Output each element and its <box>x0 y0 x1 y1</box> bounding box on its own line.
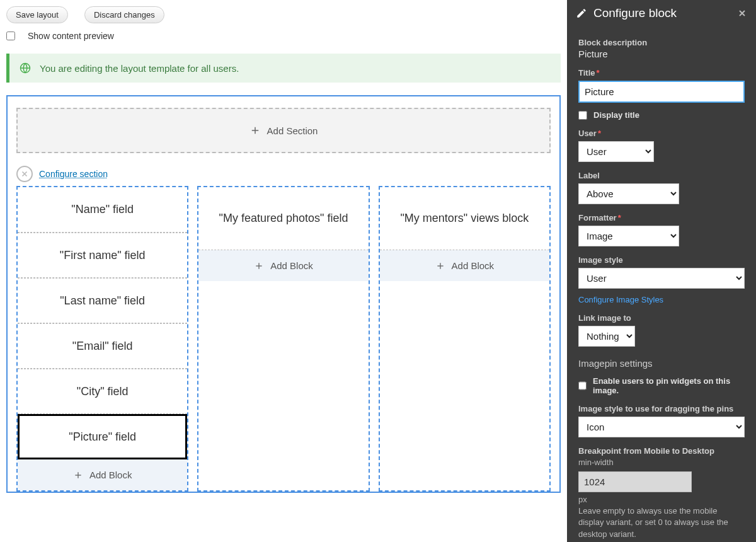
enable-pin-checkbox[interactable] <box>578 381 587 390</box>
pencil-icon <box>576 8 587 19</box>
layout-column-1: "Name" field "First name" field "Last na… <box>16 186 188 492</box>
block-description-value: Picture <box>578 49 745 59</box>
add-section-label: Add Section <box>267 125 318 136</box>
image-style-label: Image style <box>578 255 745 265</box>
block-name-field[interactable]: "Name" field <box>18 187 187 233</box>
content-preview-checkbox[interactable] <box>6 32 15 40</box>
breakpoint-input[interactable] <box>578 471 692 492</box>
link-image-label: Link image to <box>578 313 745 323</box>
user-select[interactable]: User <box>578 141 654 162</box>
layout-column-2: "My featured photos" field Add Block <box>197 186 369 492</box>
enable-pin-label: Enable users to pin widgets on this imag… <box>593 376 745 395</box>
formatter-select[interactable]: Image <box>578 226 679 246</box>
configure-image-styles-link[interactable]: Configure Image Styles <box>578 295 663 304</box>
formatter-label: Formatter* <box>578 213 745 222</box>
layout-canvas: Add Section Configure section "Name" fie… <box>6 95 561 493</box>
breakpoint-sub: min-width <box>578 457 745 468</box>
add-block-label: Add Block <box>452 260 495 271</box>
close-icon[interactable] <box>737 8 747 18</box>
block-my-featured-photos-field[interactable]: "My featured photos" field <box>198 187 368 250</box>
title-input[interactable] <box>578 81 745 103</box>
block-last-name-field[interactable]: "Last name" field <box>18 278 187 323</box>
block-picture-field[interactable]: "Picture" field <box>18 414 187 459</box>
plus-icon <box>249 125 261 136</box>
content-preview-toggle: Show content preview <box>6 31 561 41</box>
link-image-select[interactable]: Nothing <box>578 326 635 347</box>
user-label: User* <box>578 129 745 138</box>
plus-icon <box>435 261 445 271</box>
save-layout-button[interactable]: Save layout <box>6 6 68 23</box>
remove-section-button[interactable] <box>16 166 33 182</box>
add-block-col2[interactable]: Add Block <box>198 250 368 281</box>
block-description-label: Block description <box>578 38 745 47</box>
close-icon <box>20 170 29 178</box>
panel-body: Block description Picture Title* Display… <box>567 26 756 542</box>
block-city-field[interactable]: "City" field <box>18 369 187 414</box>
imagepin-settings-title: Imagepin settings <box>578 358 745 369</box>
add-block-label: Add Block <box>270 260 313 271</box>
configure-block-panel: Configure block Block description Pictur… <box>567 0 756 542</box>
block-first-name-field[interactable]: "First name" field <box>18 233 187 278</box>
panel-header: Configure block <box>567 0 756 26</box>
banner-text: You are editing the layout template for … <box>40 63 239 74</box>
title-label: Title* <box>578 68 745 78</box>
add-block-col1[interactable]: Add Block <box>18 459 187 490</box>
display-title-label: Display title <box>593 110 639 120</box>
plus-icon <box>254 261 264 271</box>
add-section-button[interactable]: Add Section <box>16 108 551 153</box>
drag-style-select[interactable]: Icon <box>578 417 745 437</box>
breakpoint-help: Leave empty to always use the mobile dis… <box>578 505 745 540</box>
label-select[interactable]: Above <box>578 183 679 204</box>
image-style-select[interactable]: User <box>578 268 745 289</box>
drag-style-label: Image style to use for dragging the pins <box>578 404 745 413</box>
section-body: "Name" field "First name" field "Last na… <box>16 186 551 492</box>
toolbar: Save layout Discard changes <box>6 6 561 23</box>
display-title-checkbox[interactable] <box>578 111 587 120</box>
globe-icon <box>20 62 31 74</box>
info-banner: You are editing the layout template for … <box>6 54 561 83</box>
content-preview-label: Show content preview <box>28 31 114 41</box>
label-label: Label <box>578 171 745 180</box>
discard-changes-button[interactable]: Discard changes <box>84 6 164 23</box>
block-my-mentors-views[interactable]: "My mentors" views block <box>380 187 549 250</box>
breakpoint-unit: px <box>578 495 745 504</box>
layout-builder-main: Save layout Discard changes Show content… <box>0 0 567 542</box>
add-block-label: Add Block <box>89 470 132 480</box>
panel-title: Configure block <box>593 6 731 20</box>
block-email-field[interactable]: "Email" field <box>18 323 187 369</box>
add-block-col3[interactable]: Add Block <box>380 250 549 281</box>
section-header: Configure section <box>16 166 551 182</box>
configure-section-link[interactable]: Configure section <box>39 169 108 179</box>
plus-icon <box>73 470 83 480</box>
layout-column-3: "My mentors" views block Add Block <box>379 186 551 492</box>
breakpoint-label: Breakpoint from Mobile to Desktop <box>578 446 745 456</box>
